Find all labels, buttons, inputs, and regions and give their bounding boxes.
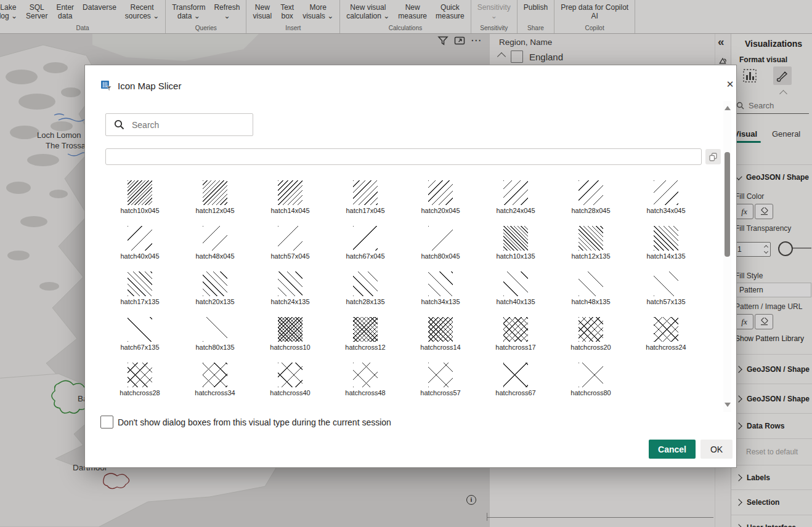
pattern-swatch (579, 180, 603, 205)
dialog-search-box[interactable] (105, 113, 253, 136)
pattern-item-hatch24x135[interactable]: hatch24x135 (253, 272, 328, 317)
scroll-up-icon[interactable] (725, 106, 731, 110)
pattern-item-hatch57x135[interactable]: hatch57x135 (628, 272, 704, 317)
pattern-item-hatchcross24[interactable]: hatchcross24 (628, 317, 704, 363)
pattern-label: hatch12x045 (196, 207, 235, 214)
pattern-item-hatch17x045[interactable]: hatch17x045 (328, 180, 403, 226)
icon-map-slicer-icon (100, 80, 112, 92)
pattern-item-hatch40x045[interactable]: hatch40x045 (102, 226, 177, 272)
pattern-label: hatchcross20 (570, 344, 611, 351)
pattern-item-hatchcross40[interactable]: hatchcross40 (253, 363, 328, 408)
dialog-scrollbar[interactable] (723, 101, 731, 412)
pattern-label: hatch57x045 (271, 252, 310, 260)
pattern-item-hatchcross48[interactable]: hatchcross48 (328, 363, 403, 408)
pattern-item-hatch57x045[interactable]: hatch57x045 (253, 226, 328, 272)
pattern-item-hatch12x135[interactable]: hatch12x135 (553, 226, 628, 272)
pattern-item-hatchcross17[interactable]: hatchcross17 (478, 317, 553, 363)
dialog-search-input[interactable] (131, 119, 238, 131)
pattern-swatch (654, 272, 678, 296)
pattern-grid: hatch10x045hatch12x045hatch14x045hatch17… (102, 180, 704, 408)
pattern-label: hatchcross48 (345, 389, 385, 396)
pattern-item-hatch48x135[interactable]: hatch48x135 (553, 272, 628, 317)
pattern-label: hatchcross14 (420, 344, 460, 351)
pattern-swatch (579, 363, 603, 387)
pattern-item-hatch10x045[interactable]: hatch10x045 (102, 180, 177, 226)
pattern-label: hatch10x135 (497, 252, 535, 260)
copy-button[interactable] (705, 149, 721, 164)
pattern-label: hatchcross80 (570, 389, 611, 396)
pattern-swatch (203, 272, 227, 296)
pattern-item-hatch67x045[interactable]: hatch67x045 (328, 226, 403, 272)
pattern-item-hatch80x135[interactable]: hatch80x135 (177, 317, 253, 363)
pattern-item-hatch67x135[interactable]: hatch67x135 (102, 317, 177, 363)
powerbi-window: eLakealog ⌄SQLServerEnterdataDataverse R… (0, 0, 812, 527)
search-icon (114, 119, 124, 130)
pattern-item-hatchcross67[interactable]: hatchcross67 (478, 363, 553, 408)
pattern-item-hatch14x135[interactable]: hatch14x135 (628, 226, 704, 272)
copy-icon (709, 153, 717, 161)
pattern-swatch (203, 363, 227, 387)
pattern-swatch (654, 180, 678, 205)
pattern-item-hatch12x045[interactable]: hatch12x045 (177, 180, 253, 226)
pattern-label: hatchcross57 (420, 389, 460, 396)
pattern-swatch (128, 226, 152, 251)
pattern-swatch (579, 226, 603, 251)
pattern-swatch (203, 226, 227, 251)
pattern-label: hatch48x045 (196, 252, 235, 260)
pattern-label: hatch24x045 (497, 207, 535, 214)
pattern-item-hatch20x045[interactable]: hatch20x045 (403, 180, 478, 226)
pattern-item-hatch80x045[interactable]: hatch80x045 (403, 226, 478, 272)
pattern-url-input[interactable] (105, 148, 702, 165)
pattern-swatch (278, 226, 302, 251)
pattern-item-hatch28x135[interactable]: hatch28x135 (328, 272, 403, 317)
pattern-item-hatchcross57[interactable]: hatchcross57 (403, 363, 478, 408)
pattern-item-hatch24x045[interactable]: hatch24x045 (478, 180, 553, 226)
pattern-item-hatchcross80[interactable]: hatchcross80 (553, 363, 628, 408)
dialog-title-row: Icon Map Slicer (100, 80, 181, 92)
pattern-label: hatch34x045 (647, 207, 686, 214)
pattern-item-hatchcross20[interactable]: hatchcross20 (553, 317, 628, 363)
pattern-swatch (579, 272, 603, 296)
pattern-label: hatch14x045 (271, 207, 310, 214)
pattern-item-hatchcross28[interactable]: hatchcross28 (102, 363, 177, 408)
pattern-swatch (128, 180, 152, 205)
pattern-label: hatch67x135 (121, 344, 160, 351)
pattern-item-hatch17x135[interactable]: hatch17x135 (102, 272, 177, 317)
pattern-label: hatchcross12 (345, 344, 385, 351)
pattern-item-hatch20x135[interactable]: hatch20x135 (177, 272, 253, 317)
dont-show-label: Don't show dialog boxes from this visual… (118, 417, 391, 427)
pattern-item-hatchcross14[interactable]: hatchcross14 (403, 317, 478, 363)
pattern-swatch (428, 180, 453, 205)
pattern-item-hatch34x135[interactable]: hatch34x135 (403, 272, 478, 317)
close-icon[interactable]: ✕ (722, 76, 738, 92)
cancel-button[interactable]: Cancel (649, 440, 696, 459)
pattern-item-hatch10x135[interactable]: hatch10x135 (478, 226, 553, 272)
pattern-label: hatch34x135 (421, 298, 460, 305)
ok-button[interactable]: OK (700, 440, 733, 459)
pattern-label: hatch40x135 (497, 298, 535, 305)
pattern-label: hatchcross40 (270, 389, 310, 396)
pattern-item-hatchcross10[interactable]: hatchcross10 (253, 317, 328, 363)
scrollbar-thumb[interactable] (725, 152, 730, 257)
pattern-swatch (503, 180, 528, 205)
pattern-item-hatch14x045[interactable]: hatch14x045 (253, 180, 328, 226)
pattern-swatch (203, 317, 227, 342)
scroll-down-icon[interactable] (725, 403, 731, 407)
pattern-item-hatch40x135[interactable]: hatch40x135 (478, 272, 553, 317)
dialog-title: Icon Map Slicer (118, 81, 181, 91)
pattern-label: hatchcross67 (495, 389, 535, 396)
pattern-label: hatch80x045 (421, 252, 460, 260)
pattern-item-hatchcross12[interactable]: hatchcross12 (328, 317, 403, 363)
pattern-swatch (428, 363, 453, 387)
pattern-item-hatchcross34[interactable]: hatchcross34 (177, 363, 253, 408)
pattern-label: hatch10x045 (121, 207, 160, 214)
pattern-label: hatch17x135 (121, 298, 160, 305)
pattern-swatch (428, 317, 453, 342)
pattern-item-hatch34x045[interactable]: hatch34x045 (628, 180, 704, 226)
dont-show-checkbox[interactable] (100, 416, 113, 428)
pattern-item-hatch28x045[interactable]: hatch28x045 (553, 180, 628, 226)
pattern-label: hatch14x135 (647, 252, 686, 260)
pattern-swatch (654, 317, 678, 342)
pattern-swatch (428, 226, 453, 251)
pattern-item-hatch48x045[interactable]: hatch48x045 (177, 226, 253, 272)
